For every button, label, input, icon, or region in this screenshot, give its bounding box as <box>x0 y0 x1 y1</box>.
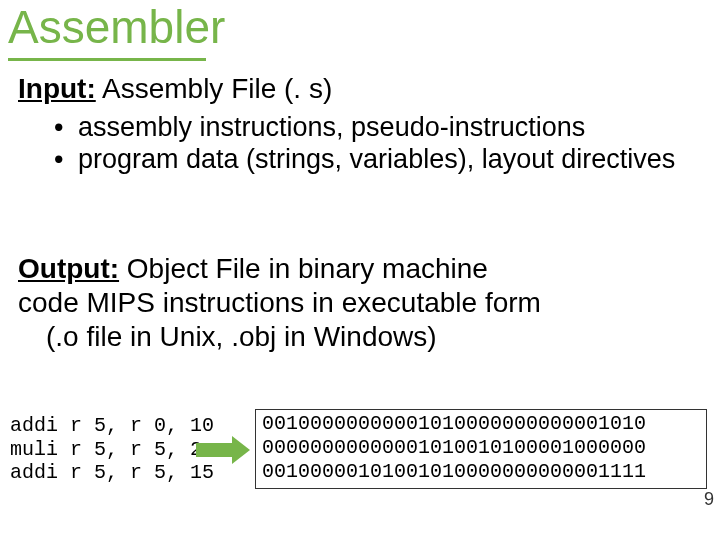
asm-line-3: addi r 5, r 5, 15 <box>10 461 214 484</box>
input-text: Assembly File (. s) <box>96 73 332 104</box>
title-underline <box>8 58 206 61</box>
bullet-dot-icon: • <box>54 112 78 144</box>
arrow-icon <box>196 436 250 464</box>
slide-title: Assembler <box>8 0 225 54</box>
arrow-head <box>232 436 250 464</box>
bullet-row: • assembly instructions, pseudo-instruct… <box>54 112 700 144</box>
asm-line-1: addi r 5, r 0, 10 <box>10 414 214 437</box>
bullet-row: • program data (strings, variables), lay… <box>54 144 700 176</box>
output-block: Output: Object File in binary machine co… <box>18 252 700 354</box>
slide: Assembler Input: Assembly File (. s) • a… <box>0 0 720 540</box>
binary-output-box: 00100000000001010000000000001010 0000000… <box>255 409 707 489</box>
asm-line-2: muli r 5, r 5, 2 <box>10 438 202 461</box>
output-label: Output: <box>18 253 119 284</box>
input-heading: Input: Assembly File (. s) <box>18 74 332 105</box>
bullet-dot-icon: • <box>54 144 78 176</box>
bin-line-1: 00100000000001010000000000001010 <box>262 412 646 435</box>
assembly-code: addi r 5, r 0, 10 muli r 5, r 5, 2 addi … <box>10 414 214 485</box>
bullet-text-2: program data (strings, variables), layou… <box>78 144 700 176</box>
page-number: 9 <box>704 489 714 510</box>
output-line-1: Output: Object File in binary machine <box>18 252 700 286</box>
output-line-2: code MIPS instructions in executable for… <box>18 286 700 320</box>
bullet-text-1: assembly instructions, pseudo-instructio… <box>78 112 700 144</box>
input-bullets: • assembly instructions, pseudo-instruct… <box>54 112 700 176</box>
input-label: Input: <box>18 73 96 104</box>
bin-line-3: 00100000101001010000000000001111 <box>262 460 646 483</box>
output-line-1-rest: Object File in binary machine <box>119 253 488 284</box>
bin-line-2: 00000000000001010010100001000000 <box>262 436 646 459</box>
arrow-shaft <box>196 443 232 457</box>
output-line-3: (.o file in Unix, .obj in Windows) <box>18 320 700 354</box>
